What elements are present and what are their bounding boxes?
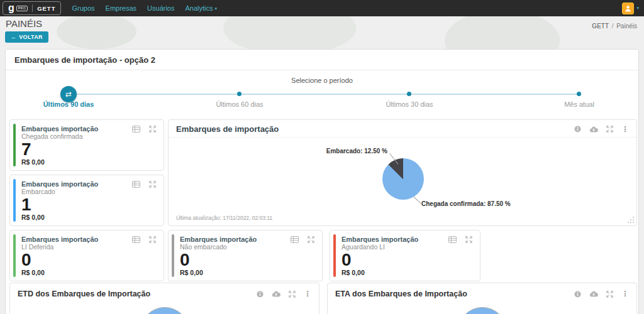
back-button-label: VOLTAR [19, 34, 42, 40]
table-icon[interactable] [132, 236, 140, 243]
stat-card-embarcado: Embarques importação Embarcado 1 R$ 0,00 [9, 175, 164, 226]
user-icon [625, 5, 631, 12]
dashboard-panel: Embarques de importação - opção 2 Seleci… [5, 49, 639, 314]
logo-pro-badge: PRO [16, 6, 28, 11]
eta-chart-card: ETA dos Embarques de Importação ⋮ [327, 283, 637, 314]
stat-card-amount: R$ 0,00 [21, 214, 45, 221]
kebab-menu-icon[interactable]: ⋮ [304, 291, 311, 297]
expand-icon[interactable] [606, 126, 613, 133]
back-button[interactable]: ← VOLTAR [5, 31, 48, 43]
nav-item-usuarios[interactable]: Usuários [147, 4, 174, 12]
user-avatar[interactable] [622, 3, 634, 14]
pie-card-title: Embarques de importação [176, 124, 279, 134]
download-icon[interactable] [589, 126, 598, 133]
expand-icon[interactable] [149, 181, 156, 188]
page-title: PAINÉIS [6, 18, 42, 29]
stat-card-nao-embarcado: Embarques importação Não embarcado 0 R$ … [168, 230, 323, 281]
user-menu-caret-icon[interactable]: ▾ [636, 6, 639, 11]
period-option-30-dias[interactable]: Últimos 30 dias [386, 100, 433, 108]
expand-icon[interactable] [149, 126, 156, 133]
nav-item-grupos[interactable]: Grupos [72, 4, 94, 12]
stat-card-amount: R$ 0,00 [180, 269, 203, 276]
slider-track[interactable] [69, 94, 579, 95]
etd-chart-card: ETD dos Embarques de Importação ⋮ [9, 283, 319, 314]
eta-card-header: ETA dos Embarques de Importação ⋮ [328, 283, 636, 302]
stat-card-value: 7 [21, 141, 164, 159]
eta-card-title: ETA dos Embarques de Importação [335, 290, 467, 298]
stat-card-subtitle: Aguardando LI [341, 243, 480, 251]
nav-item-empresas[interactable]: Empresas [106, 4, 137, 12]
stat-card-amount: R$ 0,00 [21, 269, 45, 276]
breadcrumb-root[interactable]: GETT [592, 23, 608, 30]
resize-handle[interactable] [627, 216, 635, 224]
stat-card-amount: R$ 0,00 [341, 269, 365, 276]
breadcrumb: GETT / Painéis [592, 23, 637, 30]
dashboard-title: Embarques de importação - opção 2 [6, 50, 638, 70]
nav-links: Grupos Empresas Usuários Analytics ▾ [72, 4, 217, 12]
accent-bar [333, 234, 336, 277]
top-navbar: g PRO GETT Grupos Empresas Usuários Anal… [0, 0, 644, 16]
expand-icon[interactable] [308, 236, 314, 243]
download-icon[interactable] [589, 291, 598, 297]
breadcrumb-current: Painéis [616, 23, 637, 30]
accent-bar [13, 124, 16, 166]
period-option-60-dias[interactable]: Últimos 60 dias [216, 100, 263, 108]
expand-icon[interactable] [289, 291, 296, 298]
pie-chart[interactable] [382, 158, 424, 200]
stat-card-amount: R$ 0,00 [21, 158, 45, 166]
download-icon[interactable] [272, 291, 280, 297]
stat-card-subtitle: Chegada confirmada [21, 133, 164, 140]
pie-card-header: Embarques de importação ⋮ [169, 120, 636, 138]
stat-card-li-deferida: Embarques importação LI Deferida 0 R$ 0,… [9, 230, 164, 281]
table-icon[interactable] [291, 236, 299, 243]
kebab-menu-icon[interactable]: ⋮ [621, 291, 629, 297]
gett-logo[interactable]: g PRO GETT [3, 1, 61, 15]
period-selector-label: Selecione o período [6, 77, 638, 84]
table-icon[interactable] [132, 181, 140, 188]
slider-dot-60-dias[interactable] [237, 92, 242, 96]
last-update-text: Última atualização: 17/11/2022, 02:03:11 [176, 215, 272, 221]
pie-chart-card: Embarques de importação ⋮ Embarcado: 12.… [168, 119, 637, 226]
kebab-menu-icon[interactable]: ⋮ [621, 126, 629, 133]
table-icon[interactable] [448, 236, 457, 243]
pie-label-chegada-confirmada: Chegada confirmada: 87.50 % [421, 200, 511, 207]
stat-card-subtitle: LI Deferida [21, 243, 164, 251]
slider-dot-30-dias[interactable] [407, 92, 411, 96]
breadcrumb-separator: / [612, 23, 614, 30]
pie-chart-partial [140, 307, 189, 314]
navbar-right: ▾ [622, 3, 639, 14]
stat-card-value: 1 [21, 196, 164, 214]
stat-card-aguardando-li: Embarques importação Aguardando LI 0 R$ … [330, 230, 480, 281]
nav-analytics-label: Analytics [185, 4, 213, 12]
pie-label-connector [413, 197, 421, 203]
logo-brand-text: GETT [37, 5, 55, 12]
slider-dot-mes-atual[interactable] [577, 92, 581, 96]
expand-icon[interactable] [606, 291, 613, 298]
logo-g-glyph: g [8, 4, 14, 13]
period-option-mes-atual[interactable]: Mês atual [564, 100, 594, 108]
stat-card-value: 0 [21, 251, 164, 269]
table-icon[interactable] [132, 126, 140, 133]
pie-label-embarcado: Embarcado: 12.50 % [325, 148, 387, 154]
stat-card-value: 0 [180, 251, 322, 269]
accent-bar [172, 234, 174, 277]
expand-icon[interactable] [465, 236, 472, 243]
stat-card-value: 0 [341, 251, 480, 269]
info-icon[interactable] [257, 291, 264, 298]
etd-card-title: ETD dos Embarques de Importação [18, 290, 150, 298]
info-icon[interactable] [574, 126, 581, 133]
pie-chart-area: Embarcado: 12.50 % Chegada confirmada: 8… [169, 138, 636, 208]
logo-divider [32, 4, 33, 12]
stat-card-chegada-confirmada: Embarques importação Chegada confirmada … [9, 119, 164, 171]
accent-bar [13, 179, 16, 222]
nav-item-analytics[interactable]: Analytics ▾ [185, 4, 217, 12]
etd-card-header: ETD dos Embarques de Importação ⋮ [10, 283, 319, 302]
period-selector: Selecione o período ⇄ Últimos 90 dias Úl… [6, 70, 638, 122]
stat-card-subtitle: Não embarcado [180, 243, 322, 251]
info-icon[interactable] [574, 291, 581, 298]
period-option-90-dias[interactable]: Últimos 90 dias [43, 100, 94, 108]
expand-icon[interactable] [149, 236, 156, 243]
pie-chart-partial [458, 307, 507, 314]
swap-arrows-icon: ⇄ [65, 90, 72, 99]
back-arrow-icon: ← [11, 34, 16, 40]
